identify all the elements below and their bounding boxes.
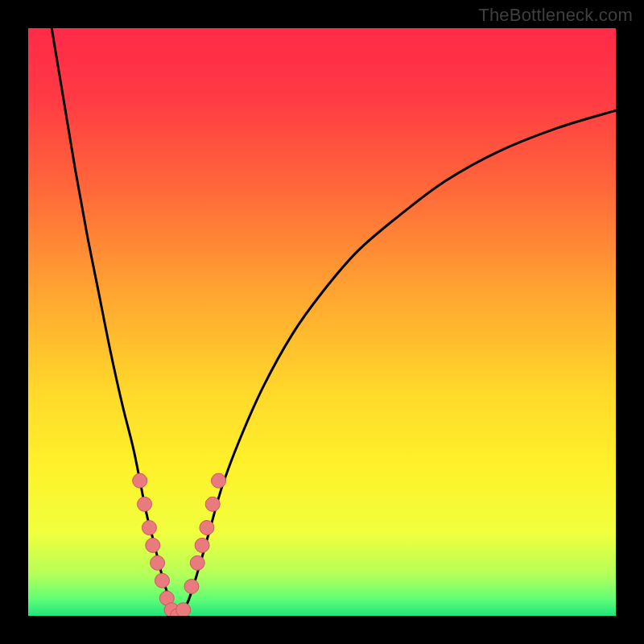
data-marker: [184, 580, 199, 594]
marker-group: [133, 473, 226, 616]
chart-frame: TheBottleneck.com: [0, 0, 644, 644]
data-marker: [142, 521, 156, 535]
data-marker: [176, 603, 191, 616]
data-marker: [138, 497, 152, 511]
data-marker: [195, 538, 209, 552]
data-marker: [146, 538, 160, 552]
data-marker: [205, 497, 220, 511]
series-bottleneck-right-branch: [175, 110, 617, 616]
watermark-label: TheBottleneck.com: [478, 5, 633, 26]
series-group: [52, 28, 616, 616]
data-marker: [155, 573, 169, 588]
data-marker: [200, 521, 214, 535]
data-marker: [133, 473, 147, 488]
data-marker: [151, 555, 165, 570]
data-marker: [190, 555, 204, 570]
chart-canvas: [28, 28, 616, 616]
plot-area: [28, 28, 616, 616]
data-marker: [212, 473, 226, 488]
